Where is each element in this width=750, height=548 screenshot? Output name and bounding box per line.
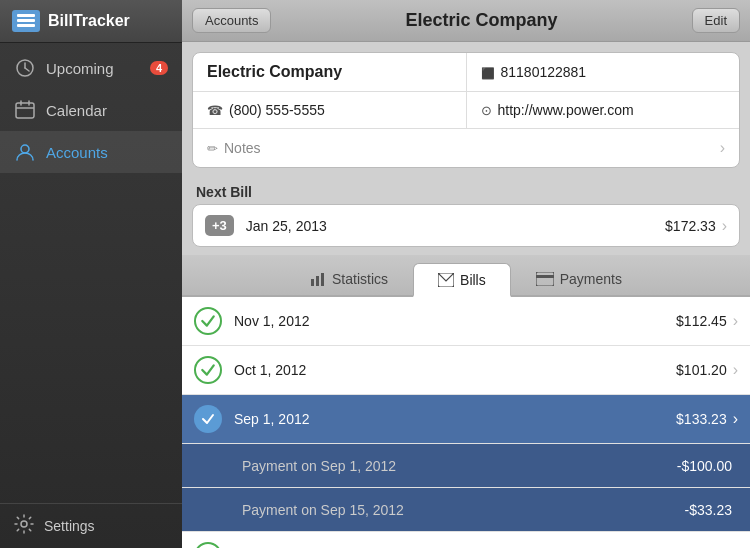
bill-amount-selected: $133.23 (676, 411, 727, 427)
payment-label-2: Payment on Sep 15, 2012 (242, 502, 685, 518)
bill-arrow-icon: › (733, 312, 738, 330)
payment-amount: -$100.00 (677, 458, 732, 474)
card-icon (536, 272, 554, 286)
calendar-icon (14, 99, 36, 121)
phone-text: (800) 555-5555 (229, 102, 325, 118)
sidebar-calendar-label: Calendar (46, 102, 107, 119)
svg-point-10 (21, 145, 29, 153)
svg-rect-0 (17, 14, 35, 17)
sidebar-header: BillTracker (0, 0, 182, 43)
sidebar: BillTracker Upcoming 4 (0, 0, 182, 548)
svg-rect-16 (536, 272, 554, 286)
account-number-cell: 81180122881 (467, 53, 740, 91)
company-info-card: Electric Company 81180122881 (800) 555-5… (192, 52, 740, 168)
svg-rect-6 (16, 103, 34, 118)
website-cell: http://www.power.com (467, 92, 740, 128)
phone-cell: (800) 555-5555 (193, 92, 467, 128)
svg-rect-2 (17, 24, 35, 27)
paid-check-icon (194, 356, 222, 384)
account-icon (481, 64, 495, 80)
notes-placeholder-text: Notes (224, 140, 261, 156)
tab-statistics[interactable]: Statistics (285, 263, 413, 295)
bill-amount: $101.20 (676, 362, 727, 378)
account-number-text: 81180122881 (501, 64, 587, 80)
notes-cell[interactable]: Notes › (193, 129, 739, 167)
payment-label: Payment on Sep 1, 2012 (242, 458, 677, 474)
sidebar-accounts-label: Accounts (46, 144, 108, 161)
svg-rect-1 (17, 19, 35, 22)
web-icon (481, 102, 492, 118)
topbar: Accounts Electric Company Edit (182, 0, 750, 42)
content-area: Electric Company 81180122881 (800) 555-5… (182, 42, 750, 548)
upcoming-badge: 4 (150, 61, 168, 75)
payment-row: Payment on Sep 1, 2012 -$100.00 (182, 444, 750, 488)
next-bill-date: Jan 25, 2013 (246, 218, 665, 234)
main-area: Accounts Electric Company Edit Electric … (182, 0, 750, 548)
sidebar-nav: Upcoming 4 Calendar Accounts (0, 43, 182, 503)
phone-icon (207, 102, 223, 118)
tab-payments[interactable]: Payments (511, 263, 647, 295)
sidebar-upcoming-label: Upcoming (46, 60, 114, 77)
bill-date-selected: Sep 1, 2012 (234, 411, 676, 427)
clock-icon (14, 57, 36, 79)
notes-arrow-icon: › (720, 139, 725, 157)
bill-arrow-icon: › (733, 361, 738, 379)
next-bill-row[interactable]: +3 Jan 25, 2013 $172.33 › (192, 204, 740, 247)
contact-row: (800) 555-5555 http://www.power.com (193, 92, 739, 129)
website-text: http://www.power.com (498, 102, 634, 118)
selected-check-icon (194, 405, 222, 433)
bill-date: Nov 1, 2012 (234, 313, 676, 329)
app-logo-icon (12, 10, 40, 32)
company-name-cell: Electric Company (193, 53, 467, 91)
next-bill-badge: +3 (205, 215, 234, 236)
next-bill-label: Next Bill (192, 178, 740, 204)
tab-bills[interactable]: Bills (413, 263, 511, 297)
tab-bills-label: Bills (460, 272, 486, 288)
svg-point-11 (21, 521, 27, 527)
svg-rect-12 (311, 279, 314, 286)
company-name-row: Electric Company 81180122881 (193, 53, 739, 92)
next-bill-section: Next Bill +3 Jan 25, 2013 $172.33 › (192, 178, 740, 247)
app-name: BillTracker (48, 12, 130, 30)
edit-button[interactable]: Edit (692, 8, 740, 33)
bill-date: Oct 1, 2012 (234, 362, 676, 378)
settings-label: Settings (44, 518, 95, 534)
svg-rect-13 (316, 276, 319, 286)
svg-rect-14 (321, 273, 324, 286)
bill-row[interactable]: Nov 1, 2012 $112.45 › (182, 297, 750, 346)
payment-row: Payment on Sep 15, 2012 -$33.23 (182, 488, 750, 532)
tab-statistics-label: Statistics (332, 271, 388, 287)
tab-payments-label: Payments (560, 271, 622, 287)
sidebar-footer[interactable]: Settings (0, 503, 182, 548)
sidebar-item-calendar[interactable]: Calendar (0, 89, 182, 131)
back-button[interactable]: Accounts (192, 8, 271, 33)
chart-icon (310, 271, 326, 287)
tabs-bar: Statistics Bills Payments (182, 255, 750, 297)
svg-rect-17 (536, 275, 554, 278)
bill-row-selected[interactable]: Sep 1, 2012 $133.23 › (182, 395, 750, 444)
envelope-icon (438, 273, 454, 287)
paid-check-icon (194, 307, 222, 335)
svg-line-5 (25, 68, 29, 71)
company-name-text: Electric Company (207, 63, 342, 81)
paid-check-icon (194, 542, 222, 548)
person-icon (14, 141, 36, 163)
payment-amount-2: -$33.23 (685, 502, 732, 518)
bill-amount: $112.45 (676, 313, 727, 329)
bill-row[interactable]: Oct 1, 2012 $101.20 › (182, 346, 750, 395)
sidebar-item-accounts[interactable]: Accounts (0, 131, 182, 173)
notes-row[interactable]: Notes › (193, 129, 739, 167)
pencil-icon (207, 140, 218, 156)
bill-row[interactable]: Aug 1, 2012 $178.25 › (182, 532, 750, 548)
bill-arrow-selected-icon: › (733, 410, 738, 428)
page-title: Electric Company (271, 10, 691, 31)
bills-list: Nov 1, 2012 $112.45 › Oct 1, 2012 $101.2… (182, 297, 750, 548)
next-bill-arrow-icon: › (722, 217, 727, 235)
next-bill-amount: $172.33 (665, 218, 716, 234)
sidebar-item-upcoming[interactable]: Upcoming 4 (0, 47, 182, 89)
gear-icon (14, 514, 34, 538)
